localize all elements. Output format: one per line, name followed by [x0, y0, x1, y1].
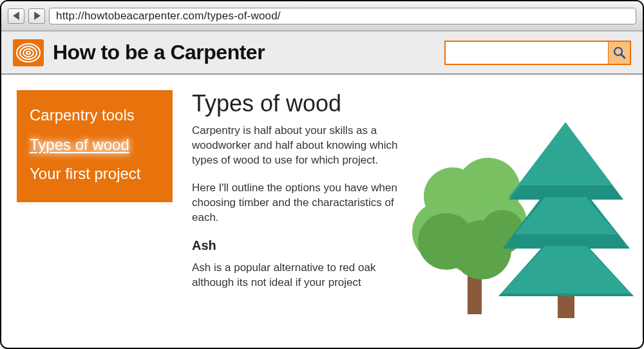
wood-rings-icon — [15, 42, 41, 64]
browser-toolbar — [1, 1, 643, 31]
sidebar-item-wood-types[interactable]: Types of wood — [30, 130, 160, 160]
sidebar-item-first-project[interactable]: Your first project — [30, 159, 160, 189]
search-box — [444, 41, 631, 65]
search-input[interactable] — [446, 42, 608, 64]
svg-rect-6 — [468, 276, 482, 314]
site-title: How to be a Carpenter — [53, 41, 265, 64]
section-heading-ash: Ash — [192, 238, 404, 253]
intro-paragraph-1: Carpentry is half about your skills as a… — [192, 124, 404, 168]
main-content: Types of wood Carpentry is half about yo… — [173, 90, 630, 348]
site-logo — [13, 39, 44, 66]
article-body: Types of wood Carpentry is half about yo… — [192, 90, 404, 348]
trees-icon — [398, 103, 636, 341]
tree-illustration — [404, 90, 630, 348]
content-area: Carpentry tools Types of wood Your first… — [1, 75, 643, 348]
browser-window: How to be a Carpenter Carpentry tools Ty… — [0, 0, 644, 349]
back-button[interactable] — [8, 8, 24, 24]
sidebar-item-tools[interactable]: Carpentry tools — [30, 100, 160, 130]
svg-point-2 — [23, 49, 33, 57]
svg-point-3 — [26, 51, 30, 54]
search-button[interactable] — [608, 42, 630, 64]
svg-line-5 — [621, 55, 625, 58]
sidebar-nav: Carpentry tools Types of wood Your first… — [17, 90, 173, 202]
forward-button[interactable] — [28, 8, 45, 24]
search-icon — [613, 46, 626, 59]
site-header: How to be a Carpenter — [1, 31, 643, 75]
intro-paragraph-2: Here I'll outline the options you have w… — [192, 181, 404, 225]
ash-paragraph: Ash is a popular alternative to red oak … — [192, 261, 404, 290]
page-title: Types of wood — [192, 90, 404, 117]
url-bar[interactable] — [49, 8, 636, 24]
